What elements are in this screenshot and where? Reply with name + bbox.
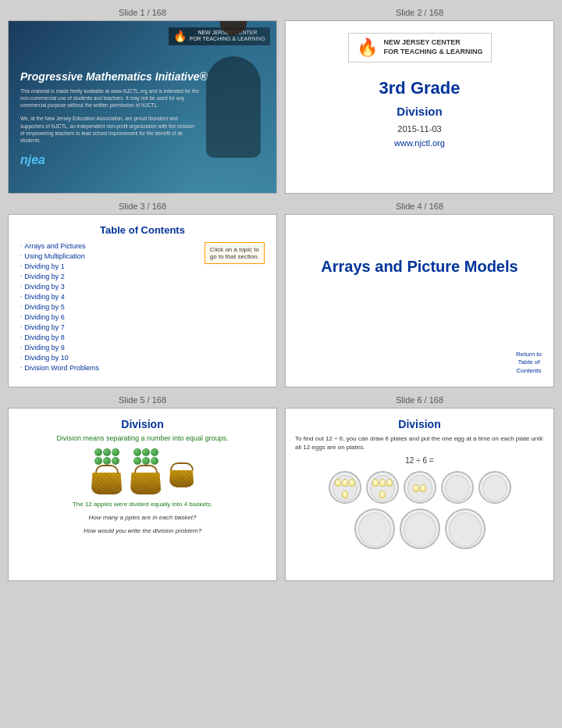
basket-handle [170,462,194,470]
slide-1-label: Slide 1 / 168 [119,8,166,17]
plate-2 [366,471,399,504]
list-item-word-problems[interactable]: · Division Word Problems [20,364,197,372]
slide-1-title: Progressive Mathematics Initiative® [20,70,208,83]
plate-inner-3 [407,475,432,501]
apple [103,457,111,465]
bullet-icon: · [20,313,22,320]
basket-handle [95,465,119,473]
list-item-div8[interactable]: · Dividing by 8 [20,334,197,341]
list-item-div2[interactable]: · Dividing by 2 [20,273,197,280]
apple [112,457,119,465]
slide-3-body: · Arrays and Pictures · Using Multiplica… [20,242,265,374]
basket-weave [169,470,194,487]
slide-5: Division Division means separating a num… [8,408,277,581]
egg [413,484,419,492]
apple [151,448,158,456]
bullet-icon: · [20,252,22,259]
egg [372,479,379,487]
apple [142,448,150,456]
egg [386,479,393,487]
slide-3: Table of Contents · Arrays and Pictures … [8,214,277,387]
plate-inner-5 [482,475,507,501]
bullet-icon: · [20,344,22,351]
slide-6-label: Slide 6 / 168 [396,395,443,405]
slide-6-plates [295,471,544,549]
slide-5-question1: How many a pples are in each basket? [18,514,267,521]
egg [420,484,426,492]
bullet-icon: · [20,323,22,330]
list-item-arrays[interactable]: · Arrays and Pictures [20,242,197,250]
slide-5-wrapper: Slide 5 / 168 Division Division means se… [8,395,277,581]
basket-1 [91,448,123,494]
basket-body [91,473,123,494]
slide-5-baskets [18,448,267,494]
slide-6-wrapper: Slide 6 / 168 Division To find out 12 ÷ … [285,395,554,581]
basket-body [169,470,194,487]
plates-row-2 [354,509,486,549]
plate-8 [445,509,486,549]
slide-5-content: Division Division means separating a num… [9,409,276,580]
basket-2-apples [133,448,158,465]
egg [342,491,348,498]
basket-weave [130,473,162,494]
slide-1-body1: This material is made freely available a… [20,87,200,109]
bullet-icon: · [20,334,22,341]
list-item-div10[interactable]: · Dividing by 10 [20,354,197,362]
bullet-icon: · [20,293,22,300]
slide-5-subtitle: Division means separating a number into … [18,434,267,442]
plate-inner-7 [404,512,436,547]
apple [103,448,111,456]
slide-4-label: Slide 4 / 168 [396,202,443,211]
slide-3-wrapper: Slide 3 / 168 Table of Contents · Arrays… [8,202,277,387]
slide-6-content: Division To find out 12 ÷ 6, you can dra… [286,409,553,580]
plates-row-1 [329,471,511,504]
slide-2-logo-text: NEW JERSEY CENTER FOR TEACHING & LEARNIN… [384,38,483,56]
bullet-icon: · [20,364,22,371]
slide-2-content: 🔥 NEW JERSEY CENTER FOR TEACHING & LEARN… [286,21,553,193]
flame-icon-2: 🔥 [357,37,378,58]
slide-2-date: 2015-11-03 [397,124,441,134]
basket-1-apples [94,448,119,465]
slide-1-person-image [190,21,276,193]
apple [94,457,102,465]
bullet-icon: · [20,354,22,361]
slide-1-njea: njea [20,153,45,167]
list-item-div6[interactable]: · Dividing by 6 [20,313,197,321]
slide-6-equation: 12 ÷ 6 = [295,456,544,465]
plate-inner-4 [445,475,470,501]
apple [151,457,158,465]
list-item-div7[interactable]: · Dividing by 7 [20,323,197,331]
slide-4-return-link[interactable]: Return to Table of Contents [516,351,542,375]
basket-body [130,473,162,494]
list-item-div1[interactable]: · Dividing by 1 [20,262,197,270]
egg [379,491,386,498]
slide-2-wrapper: Slide 2 / 168 🔥 NEW JERSEY CENTER FOR TE… [285,8,554,194]
bullet-icon: · [20,273,22,280]
slide-1: 🔥 NEW JERSEY CENTER FOR TEACHING & LEARN… [8,20,277,194]
basket-handle [134,465,158,473]
plate-5 [478,471,511,504]
list-item-div9[interactable]: · Dividing by 9 [20,344,197,352]
slide-4: Arrays and Picture Models Return to Tabl… [285,214,554,387]
basket-2 [130,448,162,494]
list-item-div5[interactable]: · Dividing by 5 [20,303,197,311]
bullet-icon: · [20,283,22,290]
list-item-multiplication[interactable]: · Using Multiplication [20,252,197,260]
plate-inner-8 [449,512,482,547]
slide-5-caption: The 12 apples were divided equally into … [18,501,267,508]
apple [94,448,102,456]
plate-1 [329,471,361,504]
slide-6-title: Division [295,418,544,430]
list-item-div4[interactable]: · Dividing by 4 [20,293,197,301]
list-item-div3[interactable]: · Dividing by 3 [20,283,197,291]
apple [133,457,141,465]
slide-2: 🔥 NEW JERSEY CENTER FOR TEACHING & LEARN… [285,20,554,194]
slide-3-content: Table of Contents · Arrays and Pictures … [9,215,276,387]
person-body [206,56,261,158]
slide-6: Division To find out 12 ÷ 6, you can dra… [285,408,554,581]
slide-1-body2: We, at the New Jersey Education Associat… [20,115,200,143]
slide-5-label: Slide 5 / 168 [119,395,166,405]
apple [133,448,141,456]
apple [112,448,119,456]
plate-inner-6 [358,512,391,547]
